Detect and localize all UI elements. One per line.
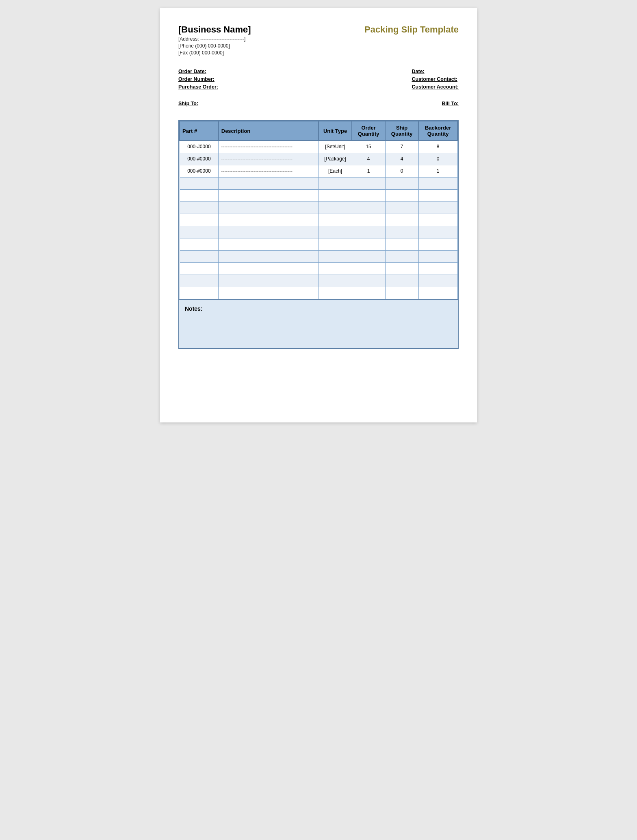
table-cell [385,275,418,287]
table-cell [418,287,457,299]
table-cell: 0 [418,153,457,165]
date-label: Date: [412,69,459,74]
table-cell: 1 [352,165,385,177]
table-cell [180,177,219,189]
table-cell [385,226,418,238]
business-info: [Business Name] [Address: --------------… [178,24,251,56]
table-cell [180,214,219,226]
table-cell: 1 [418,165,457,177]
table-cell [352,201,385,214]
order-info-left: Order Date: Order Number: Purchase Order… [178,69,218,90]
col-ship-qty: Ship Quantity [385,121,418,141]
table-cell [418,201,457,214]
table-cell [180,275,219,287]
table-cell [352,226,385,238]
table-row [180,262,457,275]
table-cell [180,250,219,262]
table-cell [180,226,219,238]
table-cell [219,214,318,226]
col-part: Part # [180,121,219,141]
table-cell [418,262,457,275]
table-cell [418,226,457,238]
table-cell: 4 [352,153,385,165]
table-cell: 000-#0000 [180,153,219,165]
table-row: 000-#0000-------------------------------… [180,141,457,153]
page-title: Packing Slip Template [364,24,459,35]
table-cell [418,177,457,189]
table-cell [418,275,457,287]
table-row [180,189,457,201]
table-cell [219,201,318,214]
table-cell [418,189,457,201]
table-cell: 8 [418,141,457,153]
table-cell: ----------------------------------------… [219,141,318,153]
col-description: Description [219,121,318,141]
table-cell: 000-#0000 [180,165,219,177]
table-cell [385,189,418,201]
phone-line: [Phone (000) 000-0000] [178,43,251,49]
items-table: Part # Description Unit Type Order Quant… [179,121,458,299]
address-line: [Address: ---------------------------] [178,36,251,42]
table-cell [219,287,318,299]
table-cell [385,214,418,226]
table-cell [219,250,318,262]
order-date-label: Order Date: [178,69,218,74]
table-cell: ----------------------------------------… [219,153,318,165]
notes-section: Notes: [178,300,459,349]
customer-account-label: Customer Account: [412,84,459,90]
table-cell [219,275,318,287]
table-cell [318,275,352,287]
bill-to-label: Bill To: [442,101,459,106]
table-cell [318,262,352,275]
col-unit-type: Unit Type [318,121,352,141]
table-cell [385,201,418,214]
table-cell [352,250,385,262]
table-cell: 4 [385,153,418,165]
table-cell [418,238,457,250]
table-cell [219,226,318,238]
table-cell: ----------------------------------------… [219,165,318,177]
table-cell [352,189,385,201]
table-row [180,226,457,238]
table-row: 000-#0000-------------------------------… [180,165,457,177]
table-cell [385,250,418,262]
table-cell [385,262,418,275]
table-cell [385,177,418,189]
ship-to-label: Ship To: [178,101,198,106]
table-cell: [Set/Unit] [318,141,352,153]
table-row [180,177,457,189]
table-row [180,275,457,287]
ship-to: Ship To: [178,100,198,107]
table-cell [318,214,352,226]
bill-to: Bill To: [442,100,459,107]
header: [Business Name] [Address: --------------… [178,24,459,56]
table-row [180,250,457,262]
table-cell [219,238,318,250]
table-cell: 0 [385,165,418,177]
table-row [180,287,457,299]
table-cell [318,177,352,189]
table-cell [180,238,219,250]
col-backorder-qty: Backorder Quantity [418,121,457,141]
table-cell: [Package] [318,153,352,165]
table-cell [318,201,352,214]
table-cell [219,177,318,189]
business-name: [Business Name] [178,24,251,35]
table-cell [352,275,385,287]
table-cell: 000-#0000 [180,141,219,153]
table-cell [352,287,385,299]
table-cell [418,214,457,226]
table-header: Part # Description Unit Type Order Quant… [180,121,457,141]
col-order-qty: Order Quantity [352,121,385,141]
table-cell [352,177,385,189]
table-cell [352,238,385,250]
table-cell [318,238,352,250]
table-cell [180,189,219,201]
table-cell [318,189,352,201]
table-row [180,201,457,214]
table-cell: 7 [385,141,418,153]
table-cell [180,287,219,299]
items-table-wrapper: Part # Description Unit Type Order Quant… [178,120,459,300]
table-cell: [Each] [318,165,352,177]
table-row [180,214,457,226]
